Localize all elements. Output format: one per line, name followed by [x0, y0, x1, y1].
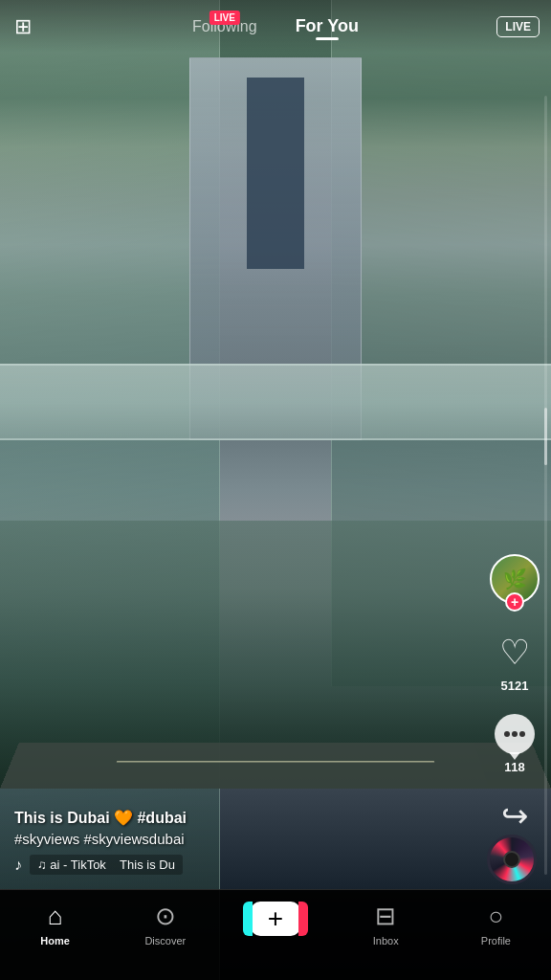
nav-tab-discover[interactable]: ⊙ Discover: [110, 902, 220, 947]
like-count: 5121: [501, 679, 529, 693]
live-badge: LIVE: [209, 11, 240, 25]
nav-for-you[interactable]: For You: [276, 16, 378, 36]
like-button[interactable]: ♡ 5121: [493, 631, 537, 693]
music-disc[interactable]: [487, 835, 537, 884]
music-prefix: ♫ ai - TikTok: [37, 858, 106, 872]
plus-icon: +: [268, 903, 283, 934]
heart-icon: ♡: [499, 633, 530, 673]
comment-button[interactable]: 118: [493, 712, 537, 774]
highway: [0, 743, 551, 789]
music-note-icon: ♪: [14, 857, 22, 874]
share-icon-container: ↪: [493, 793, 537, 837]
dot1: [504, 731, 510, 737]
comment-icon-container: [493, 712, 537, 756]
dot3: [519, 731, 525, 737]
home-label: Home: [40, 935, 70, 947]
inbox-label: Inbox: [373, 935, 399, 947]
profile-label: Profile: [481, 935, 511, 947]
heart-icon-container: ♡: [493, 631, 537, 675]
nav-tab-home[interactable]: ⌂ Home: [0, 902, 110, 947]
inbox-icon: ⊟: [375, 902, 396, 931]
music-title: This is Du: [120, 858, 175, 872]
home-icon: ⌂: [48, 902, 63, 931]
nav-following[interactable]: LIVE Following: [173, 18, 276, 35]
highway-line: [117, 761, 434, 763]
camera-icon[interactable]: ⊞: [14, 14, 32, 39]
profile-icon: ○: [489, 902, 504, 931]
glass-floor: [0, 364, 551, 440]
top-navigation: ⊞ LIVE Following For You LIVE: [0, 0, 551, 53]
bottom-navigation: ⌂ Home ⊙ Discover + ⊟ Inbox ○ Profile: [0, 889, 551, 980]
create-button[interactable]: +: [251, 902, 300, 936]
nav-tab-inbox[interactable]: ⊟ Inbox: [331, 902, 441, 947]
discover-icon: ⊙: [155, 902, 176, 931]
scroll-thumb: [544, 408, 547, 465]
comment-bubble-icon: [495, 714, 535, 754]
caption-area: This is Dubai 🧡 #dubai #skyviews #skyvie…: [14, 809, 474, 875]
follow-button[interactable]: +: [505, 592, 524, 612]
caption-main: This is Dubai 🧡 #dubai: [14, 809, 474, 827]
share-icon: ↪: [501, 796, 528, 835]
music-bar[interactable]: ♪ ♫ ai - TikTok This is Du: [14, 855, 474, 875]
avatar-emoji: 🌿: [503, 568, 527, 590]
nav-tab-profile[interactable]: ○ Profile: [441, 902, 551, 947]
discover-label: Discover: [144, 935, 186, 947]
nav-tab-create[interactable]: +: [220, 902, 330, 936]
right-sidebar: 🌿 + ♡ 5121 118 ↪ 609: [490, 554, 540, 856]
comment-count: 118: [504, 760, 525, 774]
music-ticker: ♫ ai - TikTok This is Du: [30, 855, 183, 875]
creator-avatar-container[interactable]: 🌿 +: [490, 554, 540, 604]
scroll-indicator: [544, 96, 547, 875]
live-button[interactable]: LIVE: [496, 16, 540, 37]
dot2: [512, 731, 518, 737]
caption-tags: #skyviews #skyviewsdubai: [14, 831, 474, 847]
